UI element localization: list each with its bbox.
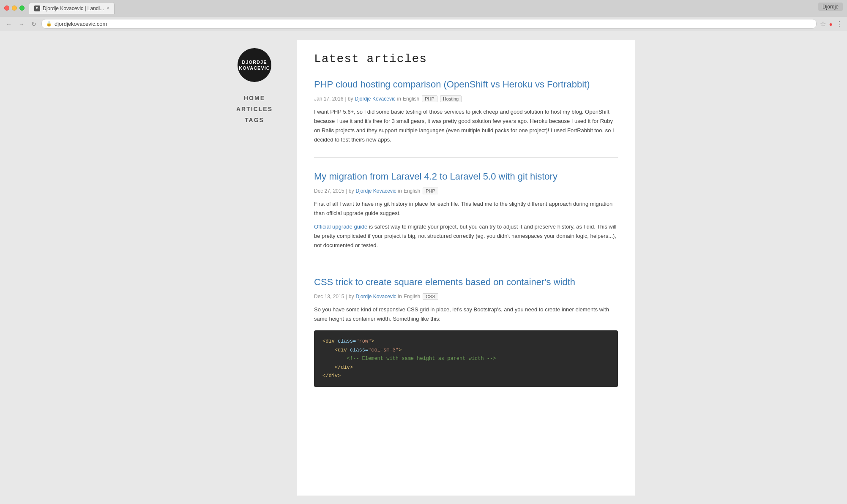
code-block: <div class="row"> <div class="col-sm-3">… bbox=[314, 330, 618, 387]
article-excerpt: I want PHP 5.6+, so I did some basic tes… bbox=[314, 107, 618, 144]
nav-menu: HOME ARTICLES TAGS bbox=[236, 95, 273, 123]
browser-chrome: D Djordje Kovacevic | Landi... × Djordje… bbox=[0, 0, 847, 31]
main-content: Latest articles PHP cloud hosting compar… bbox=[297, 40, 635, 496]
article-item: My migration from Laravel 4.2 to Laravel… bbox=[314, 170, 618, 263]
meta-in: in bbox=[398, 188, 402, 194]
refresh-button[interactable]: ↻ bbox=[30, 20, 38, 28]
meta-in: in bbox=[397, 96, 401, 102]
tab-label: Djordje Kovacevic | Landi... bbox=[43, 5, 104, 11]
tag-css[interactable]: CSS bbox=[423, 293, 438, 300]
extensions-icon[interactable]: ● bbox=[829, 21, 833, 27]
article-excerpt-part2: Official upgrade guide is safest way to … bbox=[314, 222, 618, 250]
nav-home[interactable]: HOME bbox=[244, 95, 265, 101]
article-title[interactable]: My migration from Laravel 4.2 to Laravel… bbox=[314, 170, 618, 183]
nav-articles[interactable]: ARTICLES bbox=[236, 106, 273, 112]
traffic-lights bbox=[4, 5, 25, 11]
article-excerpt: So you have some kind of responsive CSS … bbox=[314, 305, 618, 324]
minimize-button[interactable] bbox=[12, 5, 17, 11]
article-language: English bbox=[404, 188, 420, 194]
article-language: English bbox=[403, 96, 419, 102]
meta-separator: | by bbox=[345, 96, 353, 102]
page-content: DJORDJE KOVACEVIC HOME ARTICLES TAGS Lat… bbox=[0, 31, 847, 504]
tab-bar: D Djordje Kovacevic | Landi... × bbox=[29, 2, 843, 14]
code-line-4: </div> bbox=[322, 363, 609, 372]
address-bar[interactable]: 🔒 djordjekovacevic.com bbox=[41, 19, 817, 29]
back-button[interactable]: ← bbox=[4, 20, 14, 28]
forward-button[interactable]: → bbox=[17, 20, 26, 28]
article-date: Dec 27, 2015 bbox=[314, 188, 344, 194]
meta-in: in bbox=[398, 294, 402, 300]
tab-favicon: D bbox=[34, 5, 40, 11]
site-logo[interactable]: DJORDJE KOVACEVIC bbox=[238, 48, 271, 82]
logo-line1: DJORDJE bbox=[242, 59, 267, 65]
article-author[interactable]: Djordje Kovacevic bbox=[355, 96, 396, 102]
article-author[interactable]: Djordje Kovacevic bbox=[356, 188, 396, 194]
article-language: English bbox=[404, 294, 420, 300]
meta-separator: | by bbox=[346, 188, 354, 194]
close-button[interactable] bbox=[4, 5, 9, 11]
browser-actions: ☆ ● ⋮ bbox=[820, 20, 843, 28]
meta-separator: | by bbox=[346, 294, 354, 300]
article-title[interactable]: PHP cloud hosting comparison (OpenShift … bbox=[314, 78, 618, 91]
bookmark-icon[interactable]: ☆ bbox=[820, 20, 826, 28]
article-author[interactable]: Djordje Kovacevic bbox=[356, 294, 396, 300]
browser-addressbar: ← → ↻ 🔒 djordjekovacevic.com ☆ ● ⋮ bbox=[0, 16, 847, 31]
logo-line2: KOVACEVIC bbox=[239, 65, 270, 71]
code-line-5: </div> bbox=[322, 372, 609, 380]
tag-hosting[interactable]: Hosting bbox=[440, 95, 462, 102]
address-url[interactable]: djordjekovacevic.com bbox=[55, 21, 107, 27]
profile-button[interactable]: Djordje bbox=[818, 3, 843, 11]
article-excerpt-part1: First of all I want to have my git histo… bbox=[314, 199, 618, 218]
tag-php[interactable]: PHP bbox=[422, 95, 437, 102]
article-meta: Dec 13, 2015 | by Djordje Kovacevic in E… bbox=[314, 293, 618, 300]
article-item: PHP cloud hosting comparison (OpenShift … bbox=[314, 78, 618, 158]
browser-tab[interactable]: D Djordje Kovacevic | Landi... × bbox=[29, 2, 115, 14]
browser-titlebar: D Djordje Kovacevic | Landi... × Djordje bbox=[0, 0, 847, 16]
sidebar: DJORDJE KOVACEVIC HOME ARTICLES TAGS bbox=[212, 40, 297, 496]
tag-php[interactable]: PHP bbox=[423, 188, 438, 194]
lock-icon: 🔒 bbox=[46, 21, 52, 27]
article-meta: Dec 27, 2015 | by Djordje Kovacevic in E… bbox=[314, 188, 618, 194]
code-line-2: <div class="col-sm-3"> bbox=[322, 346, 609, 354]
article-item: CSS trick to create square elements base… bbox=[314, 276, 618, 400]
article-title[interactable]: CSS trick to create square elements base… bbox=[314, 276, 618, 289]
tab-close-icon[interactable]: × bbox=[107, 6, 109, 11]
article-date: Jan 17, 2016 bbox=[314, 96, 343, 102]
menu-icon[interactable]: ⋮ bbox=[836, 20, 843, 28]
maximize-button[interactable] bbox=[19, 5, 25, 11]
nav-tags[interactable]: TAGS bbox=[245, 117, 264, 123]
article-excerpt-link[interactable]: Official upgrade guide bbox=[314, 223, 367, 230]
article-meta: Jan 17, 2016 | by Djordje Kovacevic in E… bbox=[314, 95, 618, 102]
article-date: Dec 13, 2015 bbox=[314, 294, 344, 300]
code-line-1: <div class="row"> bbox=[322, 337, 609, 346]
site-container: DJORDJE KOVACEVIC HOME ARTICLES TAGS Lat… bbox=[212, 40, 635, 496]
page-title: Latest articles bbox=[314, 52, 618, 65]
code-line-3: <!-- Element with same height as parent … bbox=[322, 354, 609, 363]
